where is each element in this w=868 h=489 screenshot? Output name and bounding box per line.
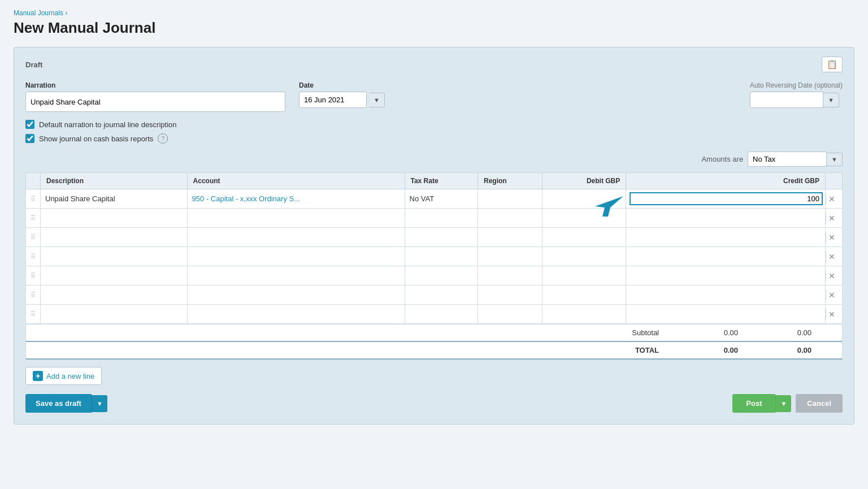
th-credit: Credit GBP	[626, 173, 826, 189]
add-line-label: Add a new line	[46, 372, 94, 380]
drag-handle[interactable]: ⠿	[26, 305, 41, 324]
total-label: TOTAL	[26, 346, 676, 354]
cell-credit[interactable]	[626, 305, 826, 324]
cell-credit[interactable]	[626, 247, 826, 266]
cell-debit[interactable]	[542, 305, 626, 324]
cell-tax-rate[interactable]	[405, 266, 478, 285]
checkbox-narration[interactable]	[25, 120, 34, 129]
cell-account[interactable]	[187, 209, 405, 228]
cell-credit[interactable]	[626, 266, 826, 285]
cell-delete: ✕	[826, 189, 843, 209]
amounts-select[interactable]	[748, 152, 827, 167]
cell-region[interactable]	[478, 305, 542, 324]
amounts-row: Amounts are ▼	[25, 152, 843, 167]
help-icon[interactable]: ?	[158, 133, 168, 144]
cell-region[interactable]	[478, 266, 542, 285]
th-tax-rate: Tax Rate	[405, 173, 478, 189]
drag-handle[interactable]: ⠿	[26, 285, 41, 305]
cell-tax-rate[interactable]: No VAT	[405, 189, 478, 209]
delete-row-button[interactable]: ✕	[826, 251, 837, 262]
cell-account[interactable]	[187, 305, 405, 324]
cell-region[interactable]	[478, 228, 542, 247]
delete-row-button[interactable]: ✕	[826, 193, 837, 205]
cell-debit[interactable]	[542, 266, 626, 285]
delete-row-button[interactable]: ✕	[826, 270, 837, 282]
cell-region[interactable]	[478, 189, 542, 209]
total-debit: 0.00	[676, 346, 744, 354]
date-input[interactable]	[299, 92, 367, 108]
cell-description[interactable]	[41, 266, 188, 285]
cell-description[interactable]	[41, 305, 188, 324]
cell-delete: ✕	[826, 266, 843, 285]
checkbox-narration-label: Default narration to journal line descri…	[39, 120, 177, 129]
cell-account[interactable]: 950 - Capital - x,xxx Ordinary S...	[187, 189, 405, 209]
drag-handle[interactable]: ⠿	[26, 209, 41, 228]
cell-description[interactable]	[41, 285, 188, 305]
auto-reversing-dropdown-button[interactable]: ▼	[823, 93, 839, 107]
delete-row-button[interactable]: ✕	[826, 309, 837, 320]
checkbox-narration-row: Default narration to journal line descri…	[25, 120, 843, 129]
auto-reversing-input[interactable]	[750, 92, 823, 108]
cell-delete: ✕	[826, 247, 843, 266]
cell-region[interactable]	[478, 247, 542, 266]
cell-region[interactable]	[478, 285, 542, 305]
cell-description[interactable]	[41, 228, 188, 247]
cell-account[interactable]	[187, 228, 405, 247]
cancel-button[interactable]: Cancel	[796, 394, 843, 413]
cell-debit[interactable]	[542, 209, 626, 228]
delete-row-button[interactable]: ✕	[826, 232, 837, 243]
cell-debit[interactable]	[542, 285, 626, 305]
narration-input[interactable]	[25, 92, 285, 112]
breadcrumb[interactable]: Manual Journals ›	[14, 9, 854, 17]
cell-tax-rate[interactable]	[405, 228, 478, 247]
add-line-button[interactable]: + Add a new line	[25, 367, 102, 385]
delete-row-button[interactable]: ✕	[826, 289, 837, 301]
cell-tax-rate[interactable]	[405, 247, 478, 266]
drag-handle[interactable]: ⠿	[26, 228, 41, 247]
drag-handle[interactable]: ⠿	[26, 247, 41, 266]
cell-description[interactable]	[41, 209, 188, 228]
table-row: ⠿Unpaid Share Capital950 - Capital - x,x…	[26, 189, 843, 209]
drag-handle[interactable]: ⠿	[26, 266, 41, 285]
cell-tax-rate[interactable]	[405, 285, 478, 305]
save-draft-button[interactable]: Save as draft	[25, 394, 92, 413]
cell-account[interactable]	[187, 266, 405, 285]
cell-description[interactable]	[41, 247, 188, 266]
checkbox-cash[interactable]	[25, 134, 34, 143]
cell-account[interactable]	[187, 247, 405, 266]
cell-tax-rate[interactable]	[405, 305, 478, 324]
checkbox-cash-label: Show journal on cash basis reports	[39, 135, 153, 143]
copy-button[interactable]: 📋	[822, 57, 843, 72]
cell-credit[interactable]	[626, 285, 826, 305]
cell-account[interactable]	[187, 285, 405, 305]
date-dropdown-button[interactable]: ▼	[369, 93, 385, 107]
amounts-are-label: Amounts are	[701, 155, 743, 163]
amounts-select-wrap: ▼	[748, 152, 843, 167]
cell-delete: ✕	[826, 305, 843, 324]
cell-credit[interactable]	[626, 209, 826, 228]
cell-tax-rate[interactable]	[405, 209, 478, 228]
cell-debit[interactable]	[542, 189, 626, 209]
cell-debit[interactable]	[542, 228, 626, 247]
page-title: New Manual Journal	[14, 19, 854, 37]
post-button[interactable]: Post	[732, 394, 775, 413]
post-dropdown-button[interactable]: ▼	[775, 395, 791, 412]
cell-description[interactable]: Unpaid Share Capital	[41, 189, 188, 209]
checkbox-cash-row: Show journal on cash basis reports ?	[25, 133, 843, 144]
credit-input[interactable]	[631, 193, 822, 204]
cell-region[interactable]	[478, 209, 542, 228]
subtotal-credit: 0.00	[744, 328, 817, 337]
cell-credit[interactable]	[626, 228, 826, 247]
add-line-icon: +	[33, 371, 43, 381]
total-credit: 0.00	[744, 346, 817, 354]
cell-debit[interactable]	[542, 247, 626, 266]
table-row: ⠿✕	[26, 266, 843, 285]
save-draft-dropdown-button[interactable]: ▼	[92, 395, 107, 412]
delete-row-button[interactable]: ✕	[826, 213, 837, 224]
action-bar: Save as draft ▼ Post ▼ Cancel	[25, 385, 843, 413]
drag-handle[interactable]: ⠿	[26, 189, 41, 209]
amounts-dropdown-button[interactable]: ▼	[827, 153, 843, 166]
table-row: ⠿✕	[26, 209, 843, 228]
save-draft-wrap: Save as draft ▼	[25, 394, 107, 413]
cell-credit[interactable]	[626, 189, 826, 209]
